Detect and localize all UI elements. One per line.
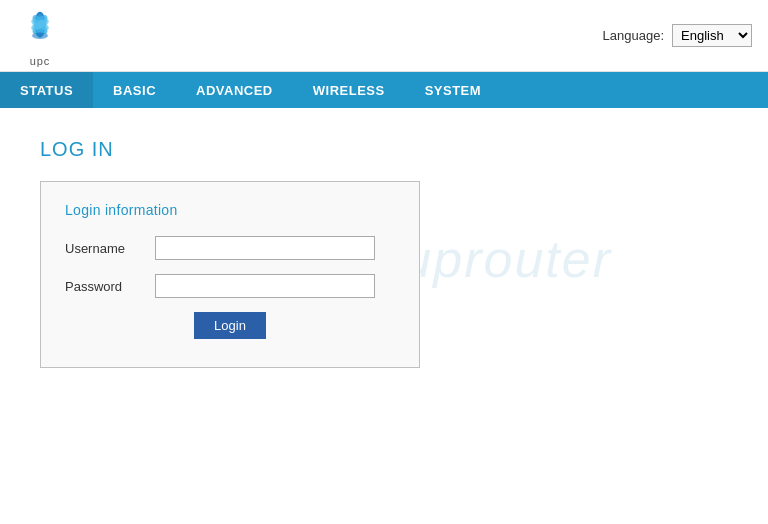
username-input[interactable] [155, 236, 375, 260]
nav-item-wireless[interactable]: WIRELESS [293, 72, 405, 108]
nav-item-advanced[interactable]: ADVANCED [176, 72, 293, 108]
nav-item-basic[interactable]: BASIC [93, 72, 176, 108]
password-input[interactable] [155, 274, 375, 298]
password-label: Password [65, 279, 155, 294]
password-row: Password [65, 274, 395, 298]
page-title: LOG IN [40, 138, 728, 161]
main-content: setuprouter LOG IN Login information Use… [0, 108, 768, 398]
username-row: Username [65, 236, 395, 260]
nav-item-system[interactable]: SYSTEM [405, 72, 501, 108]
svg-point-5 [32, 32, 48, 38]
language-select[interactable]: English Deutsch Français Español [672, 24, 752, 47]
logo-area: upc [16, 5, 64, 67]
logo-text: upc [30, 55, 51, 67]
login-card-title: Login information [65, 202, 395, 218]
login-button[interactable]: Login [194, 312, 266, 339]
header: upc Language: English Deutsch Français E… [0, 0, 768, 72]
username-label: Username [65, 241, 155, 256]
login-card: Login information Username Password Logi… [40, 181, 420, 368]
language-label: Language: [603, 28, 664, 43]
navbar: STATUS BASIC ADVANCED WIRELESS SYSTEM [0, 72, 768, 108]
language-area: Language: English Deutsch Français Españ… [603, 24, 752, 47]
nav-item-status[interactable]: STATUS [0, 72, 93, 108]
button-row: Login [65, 312, 395, 339]
upc-logo-icon [16, 5, 64, 53]
